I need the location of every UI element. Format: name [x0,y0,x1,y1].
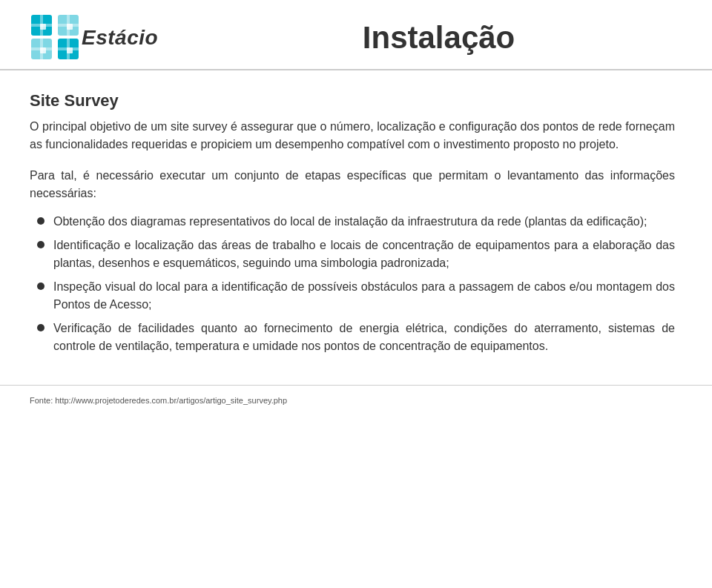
svg-rect-13 [67,24,73,30]
footer: Fonte: http://www.projetoderedes.com.br/… [0,385,712,417]
bullet-dot [37,217,44,225]
bullet-dot [37,241,44,248]
para-intro: Para tal, é necessário executar um conju… [30,167,675,202]
bullet-text-4: Verificação de facilidades quanto ao for… [53,320,675,355]
logo-text: Estácio [82,26,158,50]
list-item: Identificação e localização das áreas de… [30,237,675,272]
content-area: Site Survey O principal objetivo de um s… [0,70,712,377]
logo-area: Estácio [30,13,158,62]
page-container: Estácio Instalação Site Survey O princip… [0,0,712,588]
section-title: Site Survey [30,91,675,110]
svg-rect-15 [67,47,73,53]
svg-rect-12 [40,24,46,30]
page-title: Instalação [158,20,675,56]
bullet-text-1: Obtenção dos diagramas representativos d… [53,213,675,231]
bullet-dot [37,283,44,290]
list-item: Inspeção visual do local para a identifi… [30,278,675,314]
svg-rect-14 [40,47,46,53]
list-item: Verificação de facilidades quanto ao for… [30,320,675,355]
bullet-text-3: Inspeção visual do local para a identifi… [53,278,675,314]
logo-icon [30,13,82,62]
list-item: Obtenção dos diagramas representativos d… [30,213,675,231]
bullet-list: Obtenção dos diagramas representativos d… [30,213,675,355]
bullet-dot [37,324,44,331]
footer-source: Fonte: http://www.projetoderedes.com.br/… [30,396,287,405]
header: Estácio Instalação [0,0,712,70]
bullet-text-2: Identificação e localização das áreas de… [53,237,675,272]
intro-paragraph: O principal objetivo de um site survey é… [30,118,675,153]
